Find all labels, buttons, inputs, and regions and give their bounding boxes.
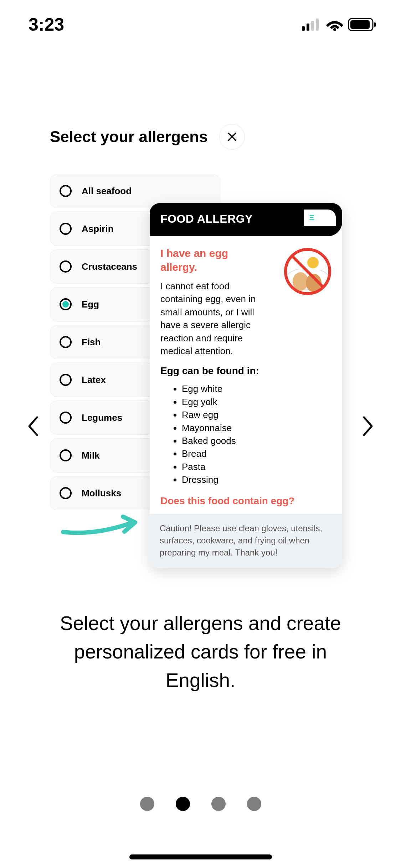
status-icons [302, 18, 376, 31]
card-question: Does this food contain egg? [160, 495, 331, 507]
card-header: FOOD ALLERGY ΞATS [150, 203, 342, 236]
pagination-dots [0, 797, 401, 811]
close-icon [227, 132, 237, 142]
header-row: Select your allergens [50, 124, 351, 150]
svg-rect-1 [307, 24, 309, 31]
allergen-label: Mollusks [82, 488, 121, 499]
card-body: I have an egg allergy. I cannot eat food… [150, 236, 342, 514]
prev-button[interactable] [26, 415, 41, 437]
radio-icon [60, 487, 72, 499]
pagination-dot[interactable] [176, 797, 190, 811]
onboarding-text: Select your allergens and create persona… [0, 609, 401, 694]
radio-icon [60, 336, 72, 348]
radio-icon [60, 260, 72, 273]
allergen-label: Milk [82, 450, 100, 461]
radio-icon [60, 374, 72, 386]
card-description: I cannot eat food containing egg, even i… [160, 280, 267, 357]
cellular-icon [302, 19, 321, 31]
close-button[interactable] [219, 124, 245, 150]
allergen-label: Latex [82, 374, 106, 386]
allergen-label: Aspirin [82, 223, 114, 234]
ingredients-label: Egg can be found in: [160, 365, 331, 377]
pagination-dot[interactable] [247, 797, 261, 811]
egg-crossed-icon [281, 243, 334, 296]
next-button[interactable] [360, 415, 375, 437]
svg-rect-2 [311, 21, 314, 31]
svg-point-12 [307, 257, 319, 268]
ingredient-item: Egg white [182, 382, 331, 395]
ingredient-item: Egg yolk [182, 396, 331, 408]
ingredient-item: Pasta [182, 460, 331, 473]
radio-icon [60, 412, 72, 424]
wifi-icon [326, 19, 343, 31]
pagination-dot[interactable] [211, 797, 226, 811]
battery-icon [348, 18, 376, 31]
radio-icon [60, 449, 72, 461]
card-logo: ΞATS [304, 210, 336, 226]
allergen-label: Fish [82, 337, 101, 348]
svg-rect-0 [302, 26, 305, 31]
allergen-label: Legumes [82, 412, 122, 423]
ingredient-item: Dressing [182, 473, 331, 486]
page-title: Select your allergens [50, 128, 208, 146]
status-bar: 3:23 [0, 0, 401, 35]
ingredient-item: Raw egg [182, 408, 331, 421]
card-footer: Caution! Please use clean gloves, utensi… [150, 514, 342, 568]
card-header-title: FOOD ALLERGY [160, 212, 253, 226]
allergy-card: FOOD ALLERGY ΞATS I have an egg allergy.… [150, 203, 342, 568]
radio-icon [60, 185, 72, 197]
pagination-dot[interactable] [140, 797, 154, 811]
pointer-arrow-icon [60, 512, 142, 537]
ingredient-item: Bread [182, 447, 331, 460]
home-indicator[interactable] [129, 854, 272, 859]
ingredient-item: Baked goods [182, 434, 331, 447]
allergen-label: All seafood [82, 186, 132, 197]
radio-icon [60, 223, 72, 235]
svg-rect-7 [374, 22, 376, 27]
card-subtitle: I have an egg allergy. [160, 246, 267, 274]
allergen-label: Egg [82, 299, 99, 310]
ingredient-item: Mayonnaise [182, 422, 331, 434]
radio-icon [60, 298, 72, 310]
ingredients-list: Egg whiteEgg yolkRaw eggMayonnaiseBaked … [160, 382, 331, 486]
status-time: 3:23 [29, 14, 64, 35]
svg-rect-3 [316, 19, 319, 31]
svg-rect-6 [350, 20, 370, 29]
svg-point-4 [333, 28, 336, 31]
allergen-label: Crustaceans [82, 261, 137, 272]
